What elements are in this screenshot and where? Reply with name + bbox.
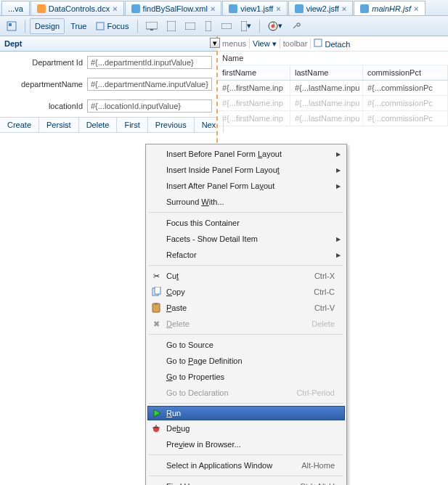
svg-rect-8 bbox=[221, 23, 232, 29]
svg-rect-4 bbox=[150, 29, 153, 30]
menu-find-usages[interactable]: Find Usages...Ctrl+Alt-U bbox=[147, 478, 345, 485]
svg-rect-1 bbox=[9, 23, 12, 26]
delete-button[interactable]: Delete bbox=[79, 118, 118, 132]
detach-button[interactable]: Detach bbox=[314, 38, 350, 49]
panel-title: Dept bbox=[4, 39, 22, 48]
device-tablet-icon[interactable] bbox=[163, 18, 179, 34]
close-icon[interactable]: × bbox=[414, 4, 418, 13]
menu-facets[interactable]: Facets - Show Detail Item bbox=[147, 231, 345, 247]
close-icon[interactable]: × bbox=[113, 4, 117, 13]
menu-cut[interactable]: ✂CutCtrl-X bbox=[147, 268, 345, 284]
menu-go-source[interactable]: Go to Source bbox=[147, 337, 345, 353]
action-buttons: Create Persist Delete First Previous Nex bbox=[0, 117, 216, 133]
device-more-icon[interactable]: ▾ bbox=[237, 18, 255, 34]
file-icon bbox=[229, 4, 237, 13]
svg-rect-2 bbox=[97, 23, 104, 30]
menu-refactor[interactable]: Refactor bbox=[147, 247, 345, 263]
context-menu: Insert Before Panel Form Layout Insert I… bbox=[145, 144, 347, 485]
menu-go-declaration: Go to DeclarationCtrl-Period bbox=[147, 385, 345, 401]
delete-icon: ✖ bbox=[150, 318, 162, 330]
cell: #{...commissionPc bbox=[363, 111, 448, 126]
menu-paste[interactable]: PasteCtrl-V bbox=[147, 300, 345, 316]
name-header: Name bbox=[218, 52, 448, 65]
previous-button[interactable]: Previous bbox=[148, 118, 195, 132]
file-icon bbox=[295, 4, 304, 13]
design-mode-button[interactable]: Design bbox=[30, 18, 65, 34]
true-button[interactable]: True bbox=[67, 18, 90, 34]
copy-icon bbox=[150, 286, 162, 298]
device-desktop-icon[interactable] bbox=[142, 18, 161, 34]
run-icon bbox=[151, 407, 163, 419]
svg-rect-5 bbox=[167, 21, 176, 31]
dropdown-trigger[interactable]: ▾ bbox=[210, 38, 220, 48]
device-tablet-land-icon[interactable] bbox=[182, 18, 199, 34]
device-phone-icon[interactable] bbox=[201, 18, 216, 34]
create-button[interactable]: Create bbox=[0, 118, 39, 132]
menu-focus-container[interactable]: Focus this Container bbox=[147, 215, 345, 231]
file-tab[interactable]: DataControls.dcx× bbox=[30, 1, 124, 15]
svg-marker-17 bbox=[154, 409, 160, 417]
svg-point-18 bbox=[153, 426, 159, 432]
cell[interactable]: #{...lastName.inpu bbox=[290, 81, 363, 95]
svg-rect-16 bbox=[155, 303, 158, 305]
field-label: locationId bbox=[4, 102, 83, 110]
designer-toolbar: Design True Focus ▾ ▾ bbox=[0, 16, 448, 36]
col-header[interactable]: firstName bbox=[218, 65, 290, 80]
col-header[interactable]: commissionPct bbox=[363, 65, 448, 80]
first-button[interactable]: First bbox=[117, 118, 147, 132]
file-tab[interactable]: view1.jsff× bbox=[222, 1, 287, 15]
file-tab-active[interactable]: mainHR.jsf× bbox=[354, 1, 425, 15]
file-tab[interactable]: view2.jsff× bbox=[288, 1, 353, 15]
menu-debug[interactable]: Debug bbox=[147, 420, 345, 436]
menu-run[interactable]: Run bbox=[147, 406, 345, 420]
menu-insert-before[interactable]: Insert Before Panel Form Layout bbox=[147, 146, 345, 162]
browser-icon[interactable]: ▾ bbox=[264, 18, 286, 34]
editor-tabs: ...va DataControls.dcx× findBySalFlow.xm… bbox=[0, 0, 448, 16]
cell[interactable]: #{...firstName.inp bbox=[218, 81, 290, 95]
menus-label: menus bbox=[222, 39, 246, 48]
menu-delete: ✖DeleteDelete bbox=[147, 316, 345, 332]
menu-surround-with[interactable]: Surround With... bbox=[147, 194, 345, 210]
close-icon[interactable]: × bbox=[276, 4, 280, 13]
menu-preview[interactable]: Preview in Browser... bbox=[147, 436, 345, 452]
menu-insert-after[interactable]: Insert After Panel Form Layout bbox=[147, 178, 345, 194]
file-icon bbox=[360, 4, 369, 13]
close-icon[interactable]: × bbox=[211, 4, 215, 13]
debug-icon bbox=[150, 423, 162, 434]
show-icon[interactable] bbox=[3, 18, 20, 34]
cell: #{...lastName.inpu bbox=[290, 111, 363, 126]
svg-rect-3 bbox=[146, 22, 158, 29]
menu-go-page-def[interactable]: Go to Page Definition bbox=[147, 353, 345, 369]
input-field[interactable]: #{...departmentName.inputValue} bbox=[87, 78, 212, 91]
device-phone-land-icon[interactable] bbox=[218, 18, 235, 34]
paste-icon bbox=[150, 302, 162, 314]
svg-rect-7 bbox=[205, 21, 211, 31]
svg-rect-14 bbox=[155, 287, 160, 294]
col-header[interactable]: lastName bbox=[290, 65, 363, 80]
persist-button[interactable]: Persist bbox=[39, 118, 79, 132]
cell: #{...lastName.inpu bbox=[290, 96, 363, 110]
file-icon bbox=[131, 4, 140, 13]
input-field[interactable]: #{...locationId.inputValue} bbox=[87, 99, 212, 113]
view-dropdown[interactable]: View ▾ bbox=[253, 39, 277, 49]
field-label: Department Id bbox=[4, 58, 83, 67]
toolbar-label: toolbar bbox=[283, 39, 308, 48]
svg-rect-9 bbox=[241, 21, 247, 31]
input-field[interactable]: #{...departmentId.inputValue} bbox=[87, 56, 212, 69]
file-tab[interactable]: findBySalFlow.xml× bbox=[125, 1, 222, 15]
settings-icon[interactable] bbox=[288, 18, 306, 34]
menu-insert-inside[interactable]: Insert Inside Panel Form Layout bbox=[147, 162, 345, 178]
cell: #{...commissionPc bbox=[363, 96, 448, 110]
close-icon[interactable]: × bbox=[342, 4, 346, 13]
svg-rect-12 bbox=[314, 39, 322, 46]
file-tab[interactable]: ...va bbox=[1, 1, 30, 15]
cell: #{...firstName.inp bbox=[218, 96, 290, 110]
file-icon bbox=[37, 4, 46, 13]
menu-copy[interactable]: CopyCtrl-C bbox=[147, 284, 345, 300]
menu-select-app-window[interactable]: Select in Applications WindowAlt-Home bbox=[147, 457, 345, 473]
cell[interactable]: #{...commissionPc bbox=[363, 81, 448, 95]
focus-button[interactable]: Focus bbox=[92, 18, 132, 34]
field-label: departmentName bbox=[4, 80, 83, 89]
menu-go-properties[interactable]: Go to Properties bbox=[147, 369, 345, 385]
svg-rect-6 bbox=[185, 23, 195, 30]
